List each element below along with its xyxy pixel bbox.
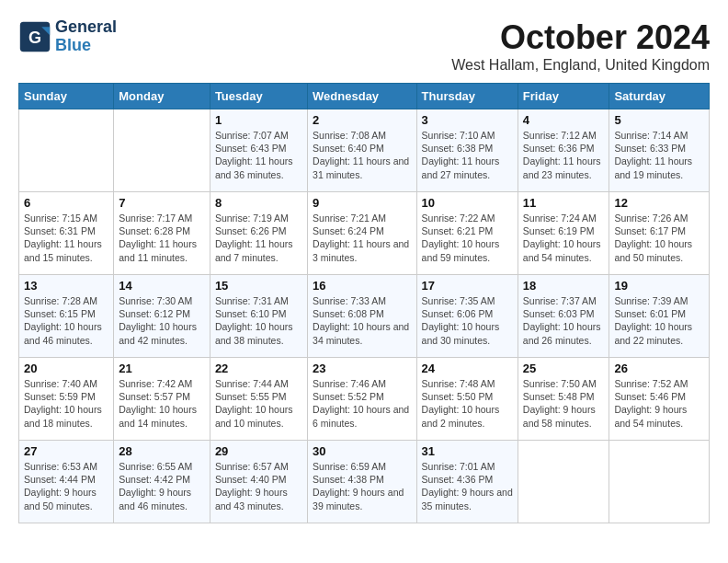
day-number: 17 <box>422 279 513 293</box>
calendar-day-cell: 28Sunrise: 6:55 AM Sunset: 4:42 PM Dayli… <box>114 441 210 523</box>
day-number: 25 <box>523 362 605 375</box>
header-day: Saturday <box>609 84 710 109</box>
calendar-day-cell: 3Sunrise: 7:10 AM Sunset: 6:38 PM Daylig… <box>416 109 518 192</box>
day-info: Sunrise: 7:24 AM Sunset: 6:19 PM Dayligh… <box>523 212 605 264</box>
day-info: Sunrise: 7:35 AM Sunset: 6:06 PM Dayligh… <box>422 294 513 347</box>
day-info: Sunrise: 7:39 AM Sunset: 6:01 PM Dayligh… <box>614 294 704 347</box>
calendar-week-row: 20Sunrise: 7:40 AM Sunset: 5:59 PM Dayli… <box>19 358 710 441</box>
calendar-day-cell: 18Sunrise: 7:37 AM Sunset: 6:03 PM Dayli… <box>518 275 609 358</box>
calendar-day-cell: 7Sunrise: 7:17 AM Sunset: 6:28 PM Daylig… <box>114 192 210 275</box>
calendar-day-cell: 30Sunrise: 6:59 AM Sunset: 4:38 PM Dayli… <box>308 441 416 523</box>
day-info: Sunrise: 7:40 AM Sunset: 5:59 PM Dayligh… <box>24 377 108 430</box>
day-info: Sunrise: 7:07 AM Sunset: 6:43 PM Dayligh… <box>215 129 302 181</box>
header-day: Wednesday <box>308 84 416 109</box>
day-number: 11 <box>523 196 605 210</box>
calendar-day-cell: 22Sunrise: 7:44 AM Sunset: 5:55 PM Dayli… <box>210 358 307 441</box>
calendar-day-cell: 29Sunrise: 6:57 AM Sunset: 4:40 PM Dayli… <box>210 441 307 523</box>
calendar-table: SundayMondayTuesdayWednesdayThursdayFrid… <box>18 83 710 523</box>
day-info: Sunrise: 7:17 AM Sunset: 6:28 PM Dayligh… <box>119 212 205 264</box>
day-number: 27 <box>24 444 108 458</box>
day-number: 21 <box>119 362 205 375</box>
day-info: Sunrise: 7:21 AM Sunset: 6:24 PM Dayligh… <box>313 212 411 264</box>
calendar-day-cell: 12Sunrise: 7:26 AM Sunset: 6:17 PM Dayli… <box>609 192 710 275</box>
calendar-day-cell: 26Sunrise: 7:52 AM Sunset: 5:46 PM Dayli… <box>609 358 710 441</box>
day-info: Sunrise: 7:19 AM Sunset: 6:26 PM Dayligh… <box>215 212 302 264</box>
calendar-body: 1Sunrise: 7:07 AM Sunset: 6:43 PM Daylig… <box>19 109 710 523</box>
day-number: 9 <box>313 196 411 210</box>
day-info: Sunrise: 7:44 AM Sunset: 5:55 PM Dayligh… <box>215 377 302 430</box>
calendar-day-cell: 24Sunrise: 7:48 AM Sunset: 5:50 PM Dayli… <box>416 358 518 441</box>
day-number: 16 <box>313 279 411 293</box>
svg-text:G: G <box>28 29 41 47</box>
logo-text-blue: Blue <box>55 37 117 55</box>
calendar-day-cell: 1Sunrise: 7:07 AM Sunset: 6:43 PM Daylig… <box>210 109 307 192</box>
logo-text-general: General <box>55 18 117 37</box>
day-number: 23 <box>313 362 411 375</box>
day-info: Sunrise: 7:46 AM Sunset: 5:52 PM Dayligh… <box>313 377 411 430</box>
calendar-day-cell <box>609 441 710 523</box>
day-number: 4 <box>523 113 605 127</box>
day-info: Sunrise: 7:30 AM Sunset: 6:12 PM Dayligh… <box>119 294 205 347</box>
day-number: 6 <box>24 196 108 210</box>
day-number: 14 <box>119 279 205 293</box>
logo: G General Blue <box>18 18 117 55</box>
page-header: G General Blue October 2024 West Hallam,… <box>18 18 710 74</box>
calendar-day-cell: 31Sunrise: 7:01 AM Sunset: 4:36 PM Dayli… <box>416 441 518 523</box>
day-number: 30 <box>313 444 411 458</box>
calendar-day-cell: 20Sunrise: 7:40 AM Sunset: 5:59 PM Dayli… <box>19 358 114 441</box>
calendar-day-cell: 21Sunrise: 7:42 AM Sunset: 5:57 PM Dayli… <box>114 358 210 441</box>
day-info: Sunrise: 7:12 AM Sunset: 6:36 PM Dayligh… <box>523 129 605 181</box>
day-info: Sunrise: 7:37 AM Sunset: 6:03 PM Dayligh… <box>523 294 605 347</box>
day-info: Sunrise: 7:33 AM Sunset: 6:08 PM Dayligh… <box>313 294 411 347</box>
day-info: Sunrise: 6:57 AM Sunset: 4:40 PM Dayligh… <box>215 460 302 512</box>
day-number: 10 <box>422 196 513 210</box>
calendar-day-cell: 15Sunrise: 7:31 AM Sunset: 6:10 PM Dayli… <box>210 275 307 358</box>
day-number: 19 <box>614 279 704 293</box>
day-number: 31 <box>422 444 513 458</box>
calendar-header: SundayMondayTuesdayWednesdayThursdayFrid… <box>19 84 710 109</box>
day-info: Sunrise: 7:28 AM Sunset: 6:15 PM Dayligh… <box>24 294 108 347</box>
calendar-day-cell <box>518 441 609 523</box>
calendar-week-row: 1Sunrise: 7:07 AM Sunset: 6:43 PM Daylig… <box>19 109 710 192</box>
day-number: 22 <box>215 362 302 375</box>
title-block: October 2024 West Hallam, England, Unite… <box>451 18 710 74</box>
day-number: 5 <box>614 113 704 127</box>
day-info: Sunrise: 7:01 AM Sunset: 4:36 PM Dayligh… <box>422 460 513 512</box>
calendar-day-cell: 19Sunrise: 7:39 AM Sunset: 6:01 PM Dayli… <box>609 275 710 358</box>
day-number: 8 <box>215 196 302 210</box>
day-info: Sunrise: 6:59 AM Sunset: 4:38 PM Dayligh… <box>313 460 411 512</box>
calendar-day-cell: 8Sunrise: 7:19 AM Sunset: 6:26 PM Daylig… <box>210 192 307 275</box>
calendar-day-cell: 9Sunrise: 7:21 AM Sunset: 6:24 PM Daylig… <box>308 192 416 275</box>
day-info: Sunrise: 6:55 AM Sunset: 4:42 PM Dayligh… <box>119 460 205 512</box>
calendar-day-cell: 23Sunrise: 7:46 AM Sunset: 5:52 PM Dayli… <box>308 358 416 441</box>
day-info: Sunrise: 7:22 AM Sunset: 6:21 PM Dayligh… <box>422 212 513 264</box>
day-number: 28 <box>119 444 205 458</box>
day-number: 24 <box>422 362 513 375</box>
logo-icon: G <box>18 20 51 53</box>
calendar-day-cell: 25Sunrise: 7:50 AM Sunset: 5:48 PM Dayli… <box>518 358 609 441</box>
day-number: 20 <box>24 362 108 375</box>
calendar-day-cell: 2Sunrise: 7:08 AM Sunset: 6:40 PM Daylig… <box>308 109 416 192</box>
day-number: 2 <box>313 113 411 127</box>
header-day: Thursday <box>416 84 518 109</box>
calendar-day-cell: 6Sunrise: 7:15 AM Sunset: 6:31 PM Daylig… <box>19 192 114 275</box>
day-info: Sunrise: 7:31 AM Sunset: 6:10 PM Dayligh… <box>215 294 302 347</box>
calendar-week-row: 6Sunrise: 7:15 AM Sunset: 6:31 PM Daylig… <box>19 192 710 275</box>
day-info: Sunrise: 7:08 AM Sunset: 6:40 PM Dayligh… <box>313 129 411 181</box>
header-day: Sunday <box>19 84 114 109</box>
header-day: Tuesday <box>210 84 307 109</box>
day-info: Sunrise: 7:10 AM Sunset: 6:38 PM Dayligh… <box>422 129 513 181</box>
day-info: Sunrise: 7:48 AM Sunset: 5:50 PM Dayligh… <box>422 377 513 430</box>
day-number: 7 <box>119 196 205 210</box>
calendar-day-cell: 16Sunrise: 7:33 AM Sunset: 6:08 PM Dayli… <box>308 275 416 358</box>
day-number: 1 <box>215 113 302 127</box>
calendar-day-cell <box>114 109 210 192</box>
day-info: Sunrise: 7:14 AM Sunset: 6:33 PM Dayligh… <box>614 129 704 181</box>
calendar-day-cell: 27Sunrise: 6:53 AM Sunset: 4:44 PM Dayli… <box>19 441 114 523</box>
day-info: Sunrise: 7:50 AM Sunset: 5:48 PM Dayligh… <box>523 377 605 430</box>
day-info: Sunrise: 7:52 AM Sunset: 5:46 PM Dayligh… <box>614 377 704 430</box>
location: West Hallam, England, United Kingdom <box>451 57 710 74</box>
day-info: Sunrise: 7:42 AM Sunset: 5:57 PM Dayligh… <box>119 377 205 430</box>
calendar-day-cell: 11Sunrise: 7:24 AM Sunset: 6:19 PM Dayli… <box>518 192 609 275</box>
calendar-day-cell: 14Sunrise: 7:30 AM Sunset: 6:12 PM Dayli… <box>114 275 210 358</box>
